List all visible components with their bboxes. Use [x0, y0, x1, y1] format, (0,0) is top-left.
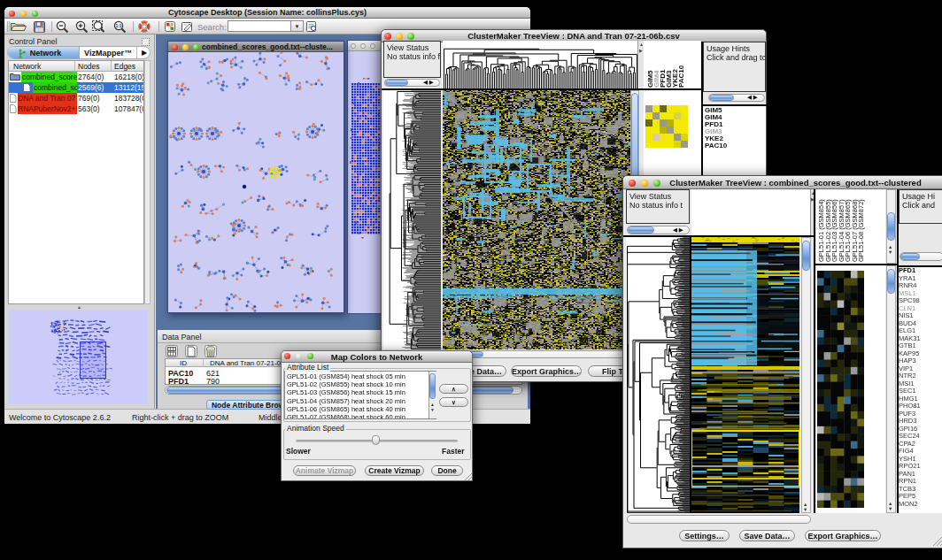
svg-text:1:1: 1:1 [115, 23, 121, 28]
